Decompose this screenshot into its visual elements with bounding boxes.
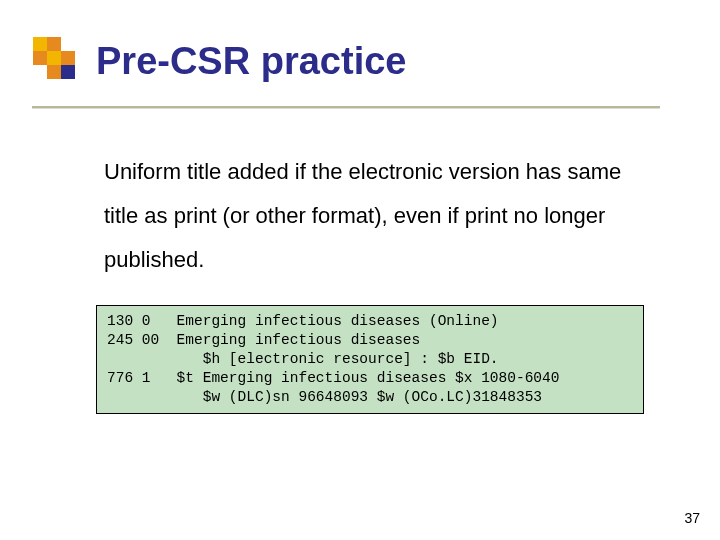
title-underline bbox=[32, 106, 660, 110]
marc-line: 245 00 Emerging infectious diseases bbox=[107, 332, 420, 348]
slide: Pre-CSR practice Uniform title added if … bbox=[0, 0, 720, 540]
marc-line: $w (DLC)sn 96648093 $w (OCo.LC)31848353 bbox=[107, 389, 542, 405]
marc-record-box: 130 0 Emerging infectious diseases (Onli… bbox=[96, 305, 644, 414]
page-number: 37 bbox=[684, 510, 700, 526]
marc-line: 776 1 $t Emerging infectious diseases $x… bbox=[107, 370, 559, 386]
title-bullet-icon bbox=[33, 37, 75, 79]
marc-line: $h [electronic resource] : $b EID. bbox=[107, 351, 499, 367]
body-paragraph: Uniform title added if the electronic ve… bbox=[104, 150, 644, 282]
marc-line: 130 0 Emerging infectious diseases (Onli… bbox=[107, 313, 499, 329]
slide-title: Pre-CSR practice bbox=[96, 40, 406, 83]
